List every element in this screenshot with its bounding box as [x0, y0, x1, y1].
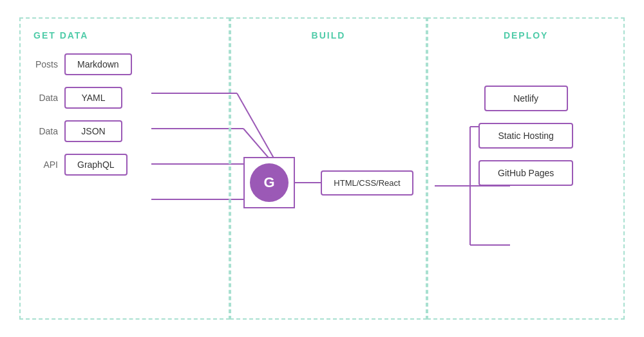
source-row-data-json: Data JSON [33, 120, 229, 142]
source-row-api: API GraphQL [33, 154, 229, 176]
build-content: G HTML/CSS/React [231, 47, 426, 318]
get-data-column: GET DATA Posts Markdown Data YAML Data J… [19, 17, 230, 320]
gatsby-to-output-connector [295, 182, 321, 183]
gatsby-logo-svg: G [256, 169, 283, 196]
get-data-header: GET DATA [33, 30, 88, 41]
source-label-data2: Data [33, 126, 58, 136]
source-box-markdown: Markdown [64, 53, 132, 75]
source-box-json: JSON [64, 120, 122, 142]
output-box: HTML/CSS/React [321, 170, 413, 196]
deploy-box-github-pages: GitHub Pages [478, 160, 573, 186]
source-label-data1: Data [33, 93, 58, 103]
source-label-posts: Posts [33, 59, 58, 69]
source-row-data-yaml: Data YAML [33, 87, 229, 109]
build-column: BUILD G HTML/CSS/React [230, 17, 428, 320]
source-row-posts: Posts Markdown [33, 53, 229, 75]
deploy-box-netlify: Netlify [484, 86, 568, 111]
deploy-items-list: Netlify Static Hosting GitHub Pages [478, 86, 573, 186]
source-box-graphql: GraphQL [64, 154, 128, 176]
source-label-api: API [33, 159, 58, 170]
svg-text:G: G [264, 174, 275, 190]
source-items-list: Posts Markdown Data YAML Data JSON API G… [33, 53, 229, 176]
gatsby-circle: G [250, 163, 289, 202]
build-header: BUILD [312, 30, 346, 41]
diagram-wrapper: GET DATA Posts Markdown Data YAML Data J… [19, 17, 625, 320]
source-box-yaml: YAML [64, 87, 122, 109]
gatsby-icon-box: G [243, 157, 295, 208]
deploy-column: DEPLOY Netlify Static Hosting GitHub Pag… [427, 17, 625, 320]
deploy-header: DEPLOY [504, 30, 549, 41]
deploy-box-static-hosting: Static Hosting [478, 123, 573, 149]
